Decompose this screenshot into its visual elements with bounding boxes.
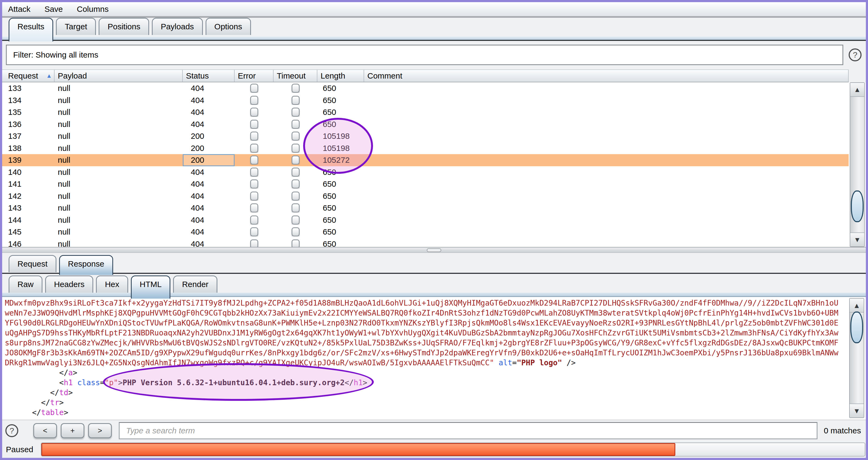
cell-status[interactable]: 404: [183, 94, 235, 107]
cell-request[interactable]: 142: [2, 192, 55, 201]
column-header-comment[interactable]: Comment: [364, 70, 849, 82]
error-checkbox[interactable]: [250, 144, 258, 153]
help-icon[interactable]: ?: [849, 49, 862, 61]
cell-payload[interactable]: null: [55, 168, 183, 177]
timeout-checkbox[interactable]: [291, 168, 300, 177]
cell-status[interactable]: 404: [183, 178, 235, 190]
timeout-checkbox[interactable]: [291, 239, 300, 247]
tab-render[interactable]: Render: [173, 276, 217, 293]
cell-status[interactable]: 200: [183, 130, 235, 142]
table-row[interactable]: 146 null 404 650: [2, 238, 849, 247]
cell-request[interactable]: 135: [2, 108, 55, 117]
column-header-length[interactable]: Length: [317, 70, 364, 82]
cell-length[interactable]: 650: [317, 192, 364, 201]
table-row[interactable]: 138 null 200 105198: [2, 142, 849, 154]
tab-headers[interactable]: Headers: [45, 276, 93, 293]
cell-length[interactable]: 650: [317, 203, 364, 212]
cell-status[interactable]: 404: [183, 226, 235, 238]
timeout-checkbox[interactable]: [291, 144, 300, 153]
tab-response[interactable]: Response: [59, 255, 113, 275]
search-help-icon[interactable]: ?: [5, 424, 18, 437]
scroll-down-icon[interactable]: ▼: [850, 232, 864, 247]
error-checkbox[interactable]: [250, 192, 258, 201]
error-checkbox[interactable]: [250, 96, 258, 105]
timeout-checkbox[interactable]: [291, 179, 300, 189]
tab-html[interactable]: HTML: [131, 276, 170, 298]
cell-payload[interactable]: null: [55, 227, 183, 236]
menu-save[interactable]: Save: [44, 5, 63, 14]
cell-length[interactable]: 650: [317, 239, 364, 247]
table-row[interactable]: 143 null 404 650: [2, 202, 849, 214]
error-checkbox[interactable]: [250, 227, 258, 236]
table-row[interactable]: 136 null 404 650: [2, 118, 849, 131]
search-add-button[interactable]: +: [61, 423, 84, 438]
table-row[interactable]: 137 null 200 105198: [2, 130, 849, 142]
cell-status[interactable]: 404: [183, 166, 235, 178]
error-checkbox[interactable]: [250, 120, 258, 129]
cell-length[interactable]: 650: [317, 215, 364, 225]
cell-payload[interactable]: null: [55, 203, 183, 212]
table-row[interactable]: 142 null 404 650: [2, 190, 849, 202]
timeout-checkbox[interactable]: [291, 120, 300, 129]
filter-bar[interactable]: Filter: Showing all items: [6, 45, 843, 65]
timeout-checkbox[interactable]: [291, 108, 300, 117]
error-checkbox[interactable]: [250, 215, 258, 225]
timeout-checkbox[interactable]: [291, 192, 300, 201]
error-checkbox[interactable]: [250, 168, 258, 177]
cell-status[interactable]: 404: [183, 202, 235, 214]
scroll-up-icon[interactable]: ▲: [850, 298, 864, 313]
cell-length[interactable]: 650: [317, 96, 364, 105]
cell-request[interactable]: 137: [2, 132, 55, 141]
cell-status[interactable]: 404: [183, 118, 235, 131]
table-row[interactable]: 133 null 404 650: [2, 82, 849, 94]
cell-status[interactable]: 200: [183, 154, 235, 166]
search-input[interactable]: [119, 422, 817, 439]
cell-payload[interactable]: null: [55, 96, 183, 105]
column-header-error[interactable]: Error: [235, 70, 274, 82]
tab-positions[interactable]: Positions: [99, 18, 149, 35]
table-row[interactable]: 141 null 404 650: [2, 178, 849, 190]
timeout-checkbox[interactable]: [291, 203, 300, 212]
scrollbar-thumb[interactable]: [850, 312, 863, 343]
error-checkbox[interactable]: [250, 108, 258, 117]
menu-columns[interactable]: Columns: [77, 5, 108, 14]
error-checkbox[interactable]: [250, 203, 258, 212]
cell-payload[interactable]: null: [55, 132, 183, 141]
menu-attack[interactable]: Attack: [8, 5, 30, 14]
cell-length[interactable]: 650: [317, 84, 364, 93]
cell-length[interactable]: 105198: [317, 144, 364, 153]
cell-payload[interactable]: null: [55, 215, 183, 225]
tab-target[interactable]: Target: [56, 18, 96, 35]
timeout-checkbox[interactable]: [291, 227, 300, 236]
tab-payloads[interactable]: Payloads: [152, 18, 203, 35]
cell-status[interactable]: 404: [183, 214, 235, 226]
column-header-request[interactable]: Request ▲: [2, 70, 55, 82]
cell-request[interactable]: 141: [2, 179, 55, 189]
cell-payload[interactable]: null: [55, 120, 183, 129]
error-checkbox[interactable]: [250, 179, 258, 189]
cell-request[interactable]: 144: [2, 215, 55, 225]
cell-payload[interactable]: null: [55, 239, 183, 247]
cell-length[interactable]: 650: [317, 108, 364, 117]
cell-payload[interactable]: null: [55, 108, 183, 117]
results-scrollbar[interactable]: ▲ ▼: [850, 82, 865, 247]
table-row[interactable]: 145 null 404 650: [2, 226, 849, 238]
cell-request[interactable]: 145: [2, 227, 55, 236]
cell-request[interactable]: 133: [2, 84, 55, 93]
cell-status[interactable]: 404: [183, 238, 235, 247]
cell-payload[interactable]: null: [55, 155, 183, 165]
timeout-checkbox[interactable]: [291, 215, 300, 225]
cell-status[interactable]: 200: [183, 142, 235, 154]
cell-length[interactable]: 105272: [317, 155, 364, 165]
splitter-grip-icon[interactable]: [427, 248, 441, 252]
timeout-checkbox[interactable]: [291, 84, 300, 93]
response-viewer[interactable]: MDwxfm0pvzBhx9siRLoFt3ca7Ikf+x2yygaYzHdT…: [2, 297, 866, 420]
scrollbar-thumb[interactable]: [851, 191, 864, 222]
error-checkbox[interactable]: [250, 84, 258, 93]
error-checkbox[interactable]: [250, 132, 258, 141]
search-prev-button[interactable]: <: [33, 423, 57, 438]
tab-raw[interactable]: Raw: [9, 276, 42, 293]
timeout-checkbox[interactable]: [291, 96, 300, 105]
cell-length[interactable]: 650: [317, 120, 364, 129]
cell-request[interactable]: 140: [2, 168, 55, 177]
